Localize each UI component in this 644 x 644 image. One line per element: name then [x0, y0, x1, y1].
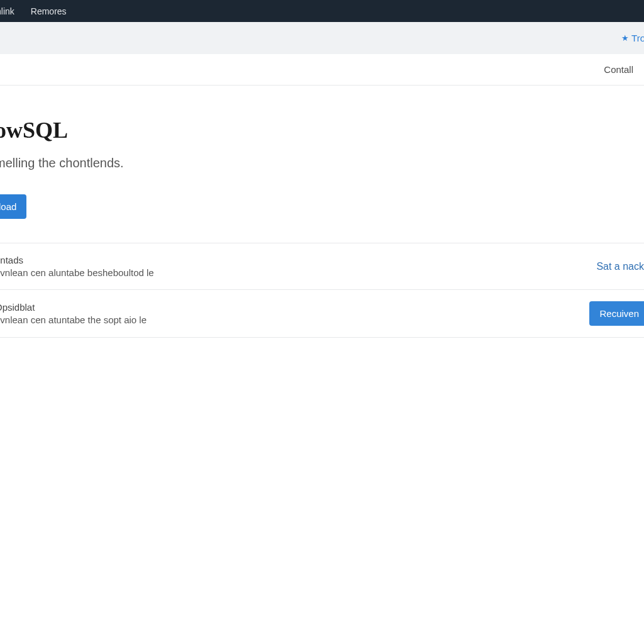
list-row-action-link[interactable]: Sat a nack [596, 261, 644, 272]
subnav-star-link-label: Tro [631, 33, 644, 43]
tab-contall[interactable]: Contall [604, 64, 633, 75]
list-row-text: Opsidblat ovnlean cen atuntabe the sopt … [0, 302, 147, 325]
list-row: Opsidblat ovnlean cen atuntabe the sopt … [0, 290, 644, 338]
star-icon: ★ [621, 33, 629, 43]
page-subtitle: melling the chontlends. [0, 156, 644, 170]
hero-section: owSQL melling the chontlends. load [0, 86, 644, 243]
download-button[interactable]: load [0, 194, 26, 219]
list-row-desc: ovnlean cen atuntabe the sopt aio le [0, 314, 147, 325]
subnav-star-link[interactable]: ★ Tro [621, 33, 644, 43]
topnav-item-remores[interactable]: Remores [31, 1, 67, 22]
list-row-action-button[interactable]: Recuiven [589, 301, 644, 326]
topnav-item-nlink[interactable]: nlink [0, 1, 14, 22]
list-row-text: ontads ovnlean cen aluntabe besheboultod… [0, 255, 154, 278]
list-row-title: ontads [0, 255, 154, 265]
list-row-desc: ovnlean cen aluntabe besheboultod le [0, 267, 154, 278]
page-title: owSQL [0, 117, 644, 143]
sub-navbar: ★ Tro [0, 22, 644, 54]
top-navbar: nlink Remores [0, 0, 644, 22]
list-row-title: Opsidblat [0, 302, 147, 313]
list-row: ontads ovnlean cen aluntabe besheboultod… [0, 243, 644, 290]
tabs-bar: Contall [0, 54, 644, 86]
